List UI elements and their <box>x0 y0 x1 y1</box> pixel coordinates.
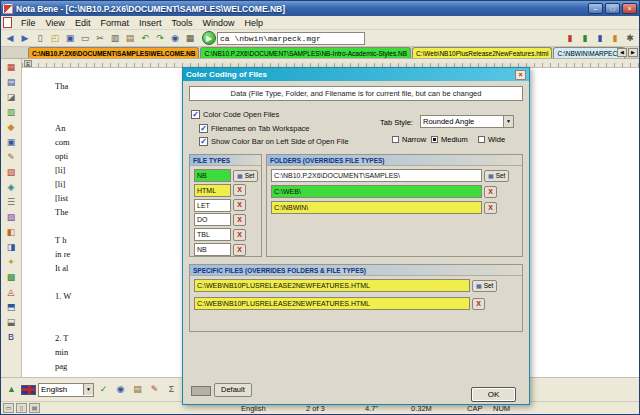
styles-icon[interactable]: ◪ <box>3 90 20 105</box>
back-icon[interactable]: ◀ <box>3 31 17 45</box>
cut-icon[interactable]: ✂ <box>93 31 107 45</box>
new-document-icon[interactable]: ▯ <box>33 31 47 45</box>
remove-entry-button[interactable]: X <box>472 298 485 310</box>
menu-tools[interactable]: Tools <box>166 17 197 29</box>
chevron-down-icon[interactable]: ▼ <box>503 116 513 127</box>
set-color-button[interactable]: ▦Set <box>472 280 497 292</box>
tab-scroll-right-icon[interactable]: ▶ <box>628 48 638 57</box>
language-dropdown[interactable]: English ▼ <box>38 383 94 397</box>
scroll-up-icon[interactable]: ▲ <box>4 382 19 397</box>
spellcheck-icon[interactable]: ✓ <box>96 382 111 397</box>
copy-icon[interactable]: ▥ <box>108 31 122 45</box>
menu-edit[interactable]: Edit <box>70 17 96 29</box>
table-icon[interactable]: ▦ <box>183 31 197 45</box>
radio-box[interactable] <box>478 136 485 143</box>
remove-entry-button[interactable]: X <box>233 244 246 256</box>
grid-icon[interactable]: ▩ <box>3 270 20 285</box>
highlight-icon[interactable]: ▨ <box>3 210 20 225</box>
page-view-icon[interactable]: ▭ <box>3 403 14 413</box>
outline-icon[interactable]: ▤ <box>3 75 20 90</box>
insert-table-icon[interactable]: ▥ <box>3 105 20 120</box>
radio-box-selected[interactable] <box>431 136 438 143</box>
triangle-icon[interactable]: ◬ <box>3 285 20 300</box>
color-coded-value-field[interactable]: HTML <box>194 184 231 197</box>
file-tab[interactable]: C:\NB10.P.2X6\DOCUMENT\SAMPLES\WELCOME.N… <box>28 47 199 58</box>
statistics-icon[interactable]: Σ <box>164 382 179 397</box>
menu-help[interactable]: Help <box>239 17 268 29</box>
menu-insert[interactable]: Insert <box>134 17 167 29</box>
dialog-close-icon[interactable]: × <box>515 70 526 80</box>
color-coded-value-field[interactable]: C:\NBWIN\ <box>271 201 482 214</box>
draft-view-icon[interactable]: ▯ <box>16 403 27 413</box>
merge-icon[interactable]: ◨ <box>3 240 20 255</box>
menu-file[interactable]: File <box>16 17 41 29</box>
color-coded-value-field[interactable]: C:\WEB\NB10PLUSRELEASE2NEWFEATURES.HTML <box>194 297 470 310</box>
green-notebook-icon[interactable]: ▮ <box>578 31 592 45</box>
forward-icon[interactable]: ▶ <box>18 31 32 45</box>
half-bottom-icon[interactable]: ⬓ <box>3 315 20 330</box>
open-folder-icon[interactable]: ◰ <box>48 31 62 45</box>
red-notebook-icon[interactable]: ▮ <box>563 31 577 45</box>
remove-entry-button[interactable]: X <box>484 202 497 214</box>
note-icon[interactable]: ▤ <box>130 382 145 397</box>
track-changes-icon[interactable]: ✎ <box>147 382 162 397</box>
checkbox-show-color-bar[interactable]: ✓ Show Color Bar on Left Side of Open Fi… <box>199 137 349 146</box>
color-coded-value-field[interactable]: TBL <box>194 228 231 241</box>
radio-wide[interactable]: Wide <box>478 135 505 144</box>
file-tab[interactable]: C:\NBWIN\MARPECK <box>553 47 625 58</box>
half-top-icon[interactable]: ⬒ <box>3 300 20 315</box>
color-coded-value-field[interactable]: DO <box>194 213 231 226</box>
dialog-title-bar[interactable]: Color Coding of Files × <box>183 68 529 81</box>
print-icon[interactable]: ▭ <box>78 31 92 45</box>
color-coded-value-field[interactable]: C:\NB10.P.2X6\DOCUMENT\SAMPLES\ <box>271 169 482 182</box>
undo-icon[interactable]: ↶ <box>138 31 152 45</box>
star-icon[interactable]: ✦ <box>3 255 20 270</box>
full-view-icon[interactable]: ▤ <box>29 403 40 413</box>
search-icon[interactable]: ◉ <box>113 382 128 397</box>
color-coded-value-field[interactable]: C:\WEB\ <box>271 185 482 198</box>
menu-view[interactable]: View <box>41 17 70 29</box>
remove-entry-button[interactable]: X <box>484 186 497 198</box>
file-tab[interactable]: C:\Web\NB10PlusRelease2NewFeatures.html <box>412 47 552 58</box>
menu-window[interactable]: Window <box>197 17 239 29</box>
close-button[interactable]: × <box>622 3 637 14</box>
find-icon[interactable]: ◉ <box>168 31 182 45</box>
color-coded-value-field[interactable]: LET <box>194 199 231 212</box>
maximize-button[interactable]: □ <box>605 3 620 14</box>
bookmark-icon[interactable]: ▣ <box>3 135 20 150</box>
page-layout-icon[interactable]: ▦ <box>3 60 20 75</box>
pen-icon[interactable]: ✎ <box>3 150 20 165</box>
bold-icon[interactable]: B <box>3 330 20 345</box>
checkbox-check-icon[interactable]: ✓ <box>199 124 208 133</box>
list-icon[interactable]: ☰ <box>3 195 20 210</box>
menu-format[interactable]: Format <box>95 17 134 29</box>
remove-entry-button[interactable]: X <box>233 184 246 196</box>
ok-button[interactable]: OK <box>471 387 516 402</box>
color-coded-value-field[interactable]: NB <box>194 169 231 182</box>
set-color-button[interactable]: ▦Set <box>484 170 509 182</box>
paste-icon[interactable]: ▤ <box>123 31 137 45</box>
remove-entry-button[interactable]: X <box>233 229 246 241</box>
default-button[interactable]: Default <box>214 383 252 397</box>
checkbox-filenames-on-tab[interactable]: ✓ Filenames on Tab Workspace <box>199 124 310 133</box>
save-icon[interactable]: ▣ <box>63 31 77 45</box>
remove-entry-button[interactable]: X <box>233 199 246 211</box>
checkbox-check-icon[interactable]: ✓ <box>199 137 208 146</box>
title-bar[interactable]: Nota Bene - [C:\NB10.P.2X6\DOCUMENT\SAMP… <box>1 1 639 16</box>
color-coded-value-field[interactable]: C:\WEB\NB10PLUSRELEASE2NEWFEATURES.HTML <box>194 279 470 292</box>
tab-style-dropdown[interactable]: Rounded Angle ▼ <box>420 115 514 128</box>
split-icon[interactable]: ◧ <box>3 225 20 240</box>
special-char-icon[interactable]: ✱ <box>623 31 637 45</box>
checkbox-color-code-open-files[interactable]: ✓ Color Code Open Files <box>191 110 279 119</box>
remove-entry-button[interactable]: X <box>233 214 246 226</box>
radio-narrow[interactable]: Narrow <box>392 135 426 144</box>
redo-icon[interactable]: ↷ <box>153 31 167 45</box>
go-icon[interactable]: ▶ <box>202 31 216 45</box>
default-color-swatch[interactable] <box>191 386 211 396</box>
index-icon[interactable]: ◈ <box>3 180 20 195</box>
blue-notebook-icon[interactable]: ▮ <box>593 31 607 45</box>
columns-icon[interactable]: ▧ <box>3 165 20 180</box>
orange-notebook-icon[interactable]: ▮ <box>608 31 622 45</box>
file-tab[interactable]: C:\NB10.P.2X6\DOCUMENT\SAMPLES\NB-Intro-… <box>200 47 411 58</box>
footnote-icon[interactable]: ◆ <box>3 120 20 135</box>
